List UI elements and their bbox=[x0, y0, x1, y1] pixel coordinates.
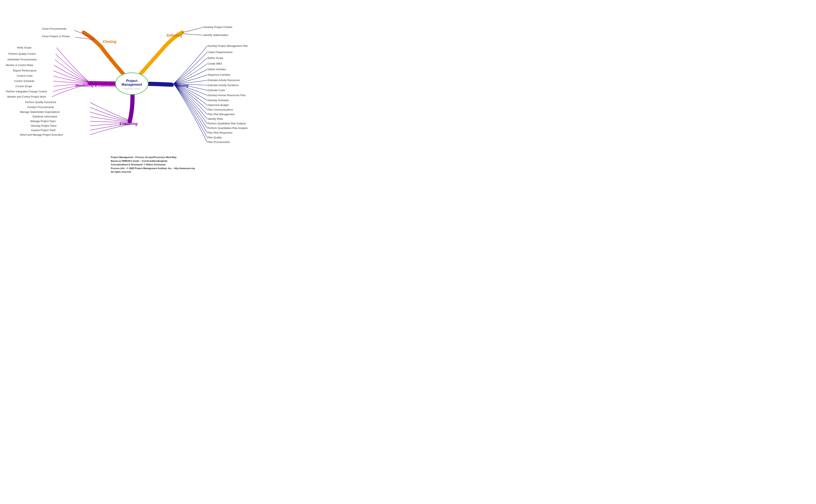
planning-items: Develop Project Management Plan Collect … bbox=[174, 45, 248, 144]
footer-line1: Project Management - Process Groups/Proc… bbox=[111, 156, 176, 158]
center-label-line2: Management bbox=[121, 83, 142, 86]
svg-text:Verify Scope: Verify Scope bbox=[17, 46, 31, 49]
svg-text:Perform Quality  Assurance: Perform Quality Assurance bbox=[25, 101, 56, 104]
center-label-line1: Project bbox=[126, 79, 138, 83]
footer-line3: Conceptualized & Developed: © Babou Srin… bbox=[111, 163, 165, 166]
closing-label: Closing bbox=[102, 40, 116, 44]
svg-text:Plan  Communications: Plan Communications bbox=[208, 108, 233, 111]
closing-item-2: Close Project or Phase bbox=[42, 35, 70, 38]
svg-text:Acquire Project Team: Acquire Project Team bbox=[31, 129, 56, 132]
svg-text:Sequence Activities: Sequence Activities bbox=[208, 73, 230, 76]
footer-line5: All rights reserved bbox=[111, 171, 131, 173]
svg-text:Control Costs: Control Costs bbox=[17, 74, 33, 77]
svg-text:Develop Project Team: Develop Project Team bbox=[31, 124, 56, 127]
svg-text:Plan  Procurements: Plan Procurements bbox=[208, 141, 230, 144]
closing-item-1: Close Procurements bbox=[42, 27, 66, 30]
footer-line4: Process Info : © 2008 Project Management… bbox=[111, 167, 195, 170]
center-watermark: Created By S.Babou bbox=[123, 88, 140, 90]
svg-text:Estimate Costs: Estimate Costs bbox=[208, 89, 225, 92]
svg-text:Plan  Risk Management: Plan Risk Management bbox=[208, 113, 235, 116]
initiating-item-1: Develop Project Charter bbox=[203, 26, 233, 29]
svg-text:Collect Requirements: Collect Requirements bbox=[208, 51, 233, 54]
svg-text:Direct and  Manage Project Exe: Direct and Manage Project Execution bbox=[20, 133, 63, 136]
monitoring-items: Verify Scope Perform Quality Control Adm… bbox=[6, 46, 90, 98]
monitoring-label: Monitoring & Controlling bbox=[75, 84, 117, 88]
svg-text:Develop Schedule: Develop Schedule bbox=[208, 99, 229, 102]
initiating-label: Initiating bbox=[166, 33, 182, 37]
svg-text:Identify  Risks: Identify Risks bbox=[208, 117, 223, 120]
svg-text:Define Scope: Define Scope bbox=[208, 57, 223, 60]
svg-text:Define Activities: Define Activities bbox=[208, 68, 226, 71]
svg-text:Develop Project Management Pla: Develop Project Management Plan bbox=[208, 45, 248, 47]
svg-text:Conduct Procurements: Conduct Procurements bbox=[27, 106, 54, 109]
svg-text:Manage Stakeholder Expectation: Manage Stakeholder Expectations bbox=[20, 111, 60, 114]
svg-text:Administer  Procurements: Administer Procurements bbox=[7, 58, 37, 61]
footer: Project Management - Process Groups/Proc… bbox=[111, 156, 195, 174]
svg-text:Report Performance: Report Performance bbox=[13, 69, 37, 72]
footer-line2: Based on PMBOK® Guide – Fourth Edition(E… bbox=[111, 160, 167, 162]
svg-text:Perform Qualitative  Risk Anal: Perform Qualitative Risk Analysis bbox=[208, 122, 246, 125]
svg-text:Manage Project Team: Manage Project Team bbox=[30, 120, 56, 123]
svg-text:Determine Budget: Determine Budget bbox=[208, 104, 229, 107]
svg-text:Distribute Information: Distribute Information bbox=[32, 115, 57, 118]
svg-text:Monitor and Control Project Wo: Monitor and Control Project Work bbox=[7, 95, 46, 98]
svg-text:Perform Quantitative  Risk Ana: Perform Quantitative Risk Analysis bbox=[208, 127, 248, 130]
svg-text:Create WBS: Create WBS bbox=[208, 62, 222, 65]
svg-text:Estimate Activity Durations: Estimate Activity Durations bbox=[208, 84, 239, 87]
svg-text:Control Scope: Control Scope bbox=[15, 85, 32, 88]
svg-text:Monitor &  Control Risks: Monitor & Control Risks bbox=[6, 64, 33, 67]
executing-items: Perform Quality Assurance Conduct Procur… bbox=[20, 101, 130, 136]
svg-text:Estimate Activity Resources: Estimate Activity Resources bbox=[208, 79, 240, 82]
svg-text:Plan  Risk Responses: Plan Risk Responses bbox=[208, 131, 233, 134]
svg-text:Develop Human Resources Plan: Develop Human Resources Plan bbox=[208, 94, 246, 97]
svg-text:Plan  Quality: Plan Quality bbox=[208, 136, 222, 139]
svg-text:Control Schedule: Control Schedule bbox=[14, 80, 34, 83]
initiating-item-2: Identify stakeholders bbox=[203, 33, 229, 37]
svg-text:Perform Integrated Change Cont: Perform Integrated Change Control bbox=[6, 90, 47, 93]
svg-text:Perform Quality Control: Perform Quality Control bbox=[8, 52, 36, 55]
